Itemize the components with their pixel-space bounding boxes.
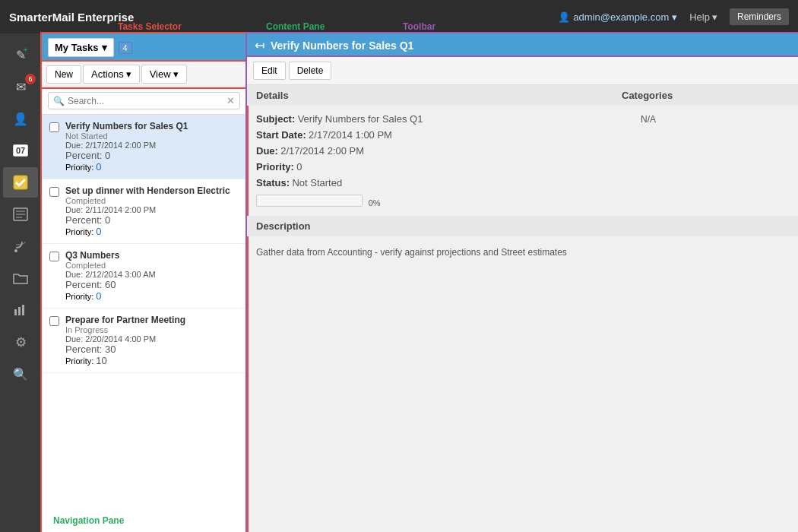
navigation-pane: ✎+ ✉ 6 👤 07 — [0, 33, 42, 532]
task-count-badge: 4 — [119, 42, 132, 54]
details-area: Details Categories Subject: Verify Numbe… — [247, 85, 798, 532]
start-date-label: Start Date: — [256, 129, 306, 141]
user-icon: 👤 — [558, 11, 570, 23]
task-percent: Percent: 0 — [65, 214, 240, 226]
folders-icon[interactable] — [3, 263, 38, 293]
content-title: Verify Numbers for Sales Q1 — [271, 40, 413, 52]
view-dropdown-icon: ▾ — [173, 68, 179, 80]
header-right: 👤 admin@example.com ▾ Help ▾ Reminders — [558, 8, 789, 26]
my-tasks-label: My Tasks — [55, 42, 99, 53]
task-status: Completed — [65, 261, 240, 270]
task-content: Verify Numbers for Sales Q1 Not Started … — [65, 121, 240, 173]
delete-button[interactable]: Delete — [289, 62, 332, 80]
task-percent: Percent: 30 — [65, 344, 240, 355]
categories-value: N/A — [641, 114, 656, 125]
task-content: Q3 Numbers Completed Due: 2/12/2014 3:00… — [65, 250, 240, 302]
task-title: Q3 Numbers — [65, 250, 240, 261]
priority-label: Priority: — [256, 161, 294, 173]
task-percent: Percent: 0 — [65, 150, 240, 161]
due-label: Due: — [256, 145, 278, 157]
task-due: Due: 2/20/2014 4:00 PM — [65, 334, 240, 344]
details-col-left: Subject: Verify Numbers for Sales Q1 Sta… — [247, 106, 631, 216]
task-status: Completed — [65, 196, 240, 205]
task-due: Due: 2/11/2014 2:00 PM — [65, 205, 240, 214]
my-tasks-button[interactable]: My Tasks ▾ — [48, 38, 114, 57]
subject-row: Subject: Verify Numbers for Sales Q1 — [256, 113, 622, 125]
back-arrow-icon[interactable]: ↤ — [255, 38, 264, 52]
new-button[interactable]: New — [46, 65, 81, 84]
task-item[interactable]: Prepare for Partner Meeting In Progress … — [42, 309, 246, 373]
description-header-label: Description — [256, 220, 311, 232]
details-label: Details — [256, 90, 622, 101]
svg-rect-0 — [14, 176, 27, 189]
compose-icon[interactable]: ✎+ — [3, 40, 38, 70]
start-date-value: 2/17/2014 1:00 PM — [309, 129, 392, 141]
main-layout: ✎+ ✉ 6 👤 07 — [0, 33, 798, 532]
user-dropdown-icon: ▾ — [672, 11, 677, 23]
description-text: Gather data from Accounting - verify aga… — [256, 245, 789, 259]
task-item[interactable]: Set up dinner with Henderson Electric Co… — [42, 179, 246, 244]
dropdown-arrow-icon: ▾ — [102, 42, 107, 53]
actions-dropdown-icon: ▾ — [126, 68, 131, 80]
start-date-row: Start Date: 2/17/2014 1:00 PM — [256, 129, 622, 141]
task-checkbox[interactable] — [49, 316, 59, 326]
task-item[interactable]: Verify Numbers for Sales Q1 Not Started … — [42, 115, 246, 179]
reminders-button[interactable]: Reminders — [730, 8, 789, 25]
task-priority: Priority: 10 — [65, 355, 240, 366]
task-title: Set up dinner with Henderson Electric — [65, 185, 240, 196]
task-content: Prepare for Partner Meeting In Progress … — [65, 315, 240, 366]
progress-label: 0% — [369, 198, 381, 207]
task-due: Due: 2/17/2014 2:00 PM — [65, 141, 240, 150]
search-clear-icon[interactable]: ✕ — [226, 95, 235, 106]
task-checkbox[interactable] — [49, 252, 59, 261]
search-icon: 🔍 — [53, 96, 65, 106]
content-toolbar: Edit Delete — [247, 57, 798, 85]
task-due: Due: 2/12/2014 3:00 AM — [65, 270, 240, 279]
task-status: Not Started — [65, 131, 240, 141]
status-value: Not Started — [292, 177, 342, 188]
task-percent: Percent: 60 — [65, 279, 240, 290]
view-label: View — [150, 68, 171, 80]
rss-icon[interactable] — [3, 231, 38, 261]
help-dropdown-icon: ▾ — [712, 11, 717, 23]
tasks-selector-bar: My Tasks ▾ 4 — [42, 33, 246, 62]
help-button[interactable]: Help ▾ — [683, 8, 724, 26]
svg-rect-6 — [14, 309, 17, 315]
priority-value: 0 — [296, 161, 302, 173]
mail-icon[interactable]: ✉ 6 — [3, 71, 38, 102]
tasks-icon[interactable] — [3, 167, 38, 198]
contacts-icon[interactable]: 👤 — [3, 103, 38, 134]
task-content: Set up dinner with Henderson Electric Co… — [65, 185, 240, 237]
task-checkbox[interactable] — [49, 122, 59, 132]
task-priority: Priority: 0 — [65, 161, 240, 173]
tasks-toolbar: New Actions ▾ View ▾ — [42, 62, 246, 87]
task-checkbox[interactable] — [49, 187, 59, 197]
user-email: admin@example.com — [573, 11, 669, 23]
tasks-panel: My Tasks ▾ 4 New Actions ▾ View ▾ — [42, 33, 247, 532]
search-input[interactable] — [68, 96, 223, 106]
search-bar: 🔍 ✕ — [42, 87, 246, 115]
task-title: Verify Numbers for Sales Q1 — [65, 121, 240, 131]
edit-button[interactable]: Edit — [253, 62, 286, 80]
progress-container: 0% — [256, 195, 622, 208]
task-title: Prepare for Partner Meeting — [65, 315, 240, 325]
details-columns: Subject: Verify Numbers for Sales Q1 Sta… — [247, 106, 798, 216]
reports-icon[interactable] — [3, 295, 38, 325]
search-nav-icon[interactable]: 🔍 — [3, 359, 38, 389]
description-section-header: Description — [247, 216, 798, 236]
mail-badge: 6 — [25, 74, 36, 84]
svg-rect-7 — [18, 307, 21, 315]
settings-icon[interactable]: ⚙ — [3, 327, 38, 357]
view-button[interactable]: View ▾ — [141, 65, 187, 84]
app-logo: SmarterMail Enterprise — [9, 11, 134, 24]
content-pane: ↤ Verify Numbers for Sales Q1 Edit Delet… — [247, 33, 798, 532]
task-item[interactable]: Q3 Numbers Completed Due: 2/12/2014 3:00… — [42, 244, 246, 309]
subject-value: Verify Numbers for Sales Q1 — [298, 113, 423, 125]
notes-icon[interactable] — [3, 199, 38, 230]
details-col-right: N/A — [631, 106, 798, 216]
svg-rect-8 — [22, 305, 24, 315]
calendar-icon[interactable]: 07 — [3, 135, 38, 166]
user-menu[interactable]: 👤 admin@example.com ▾ — [558, 11, 677, 23]
actions-button[interactable]: Actions ▾ — [83, 65, 140, 84]
status-row: Status: Not Started — [256, 177, 622, 188]
